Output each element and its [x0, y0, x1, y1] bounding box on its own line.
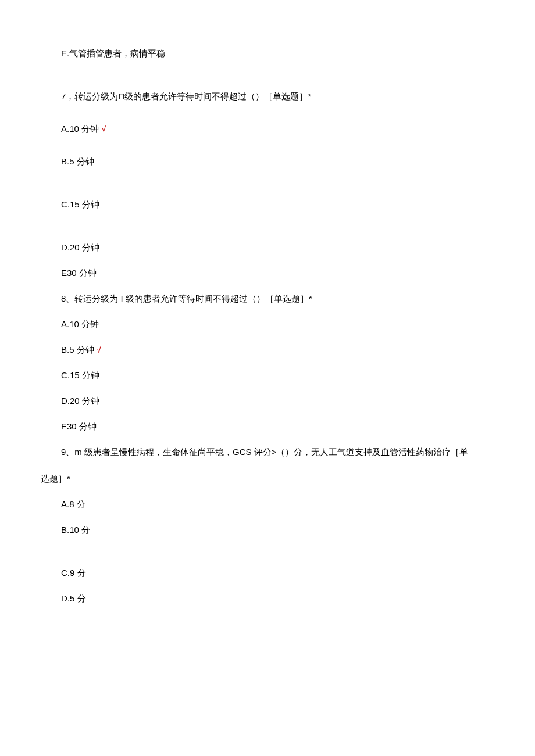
text: A.10 分钟	[61, 124, 101, 134]
check-icon: √	[97, 345, 101, 354]
text: E.气管插管患者，病情平稳	[61, 48, 165, 58]
q9-option-c: C.9 分	[61, 566, 494, 580]
q7-stem: 7，转运分级为Π级的患者允许等待时间不得超过（）［单选题］*	[61, 89, 494, 103]
text: D.5 分	[61, 593, 86, 603]
text: 9、m 级患者呈慢性病程，生命体征尚平稳，GCS 评分>（）分，无人工气道支持及…	[61, 447, 468, 457]
q9-option-b: B.10 分	[61, 523, 494, 537]
text: D.20 分钟	[61, 396, 99, 406]
text: E30 分钟	[61, 421, 97, 431]
q7-option-b: B.5 分钟	[61, 155, 494, 169]
text: B.5 分钟	[61, 345, 97, 354]
text: A.8 分	[61, 499, 85, 509]
text: B.10 分	[61, 525, 90, 535]
q7-option-a: A.10 分钟 √	[61, 122, 494, 136]
text: E30 分钟	[61, 268, 97, 278]
q7-option-c: C.15 分钟	[61, 198, 494, 212]
q9-option-d: D.5 分	[61, 592, 494, 605]
q8-option-e: E30 分钟	[61, 420, 494, 433]
q7-option-e: E30 分钟	[61, 266, 494, 280]
q7-option-d: D.20 分钟	[61, 241, 494, 255]
text: A.10 分钟	[61, 319, 99, 329]
q8-option-b: B.5 分钟 √	[61, 343, 494, 357]
check-icon: √	[101, 124, 106, 134]
text: D.20 分钟	[61, 242, 99, 252]
text: C.9 分	[61, 568, 86, 578]
text: C.15 分钟	[61, 370, 99, 380]
text: 7，转运分级为Π级的患者允许等待时间不得超过（）［单选题］*	[61, 91, 311, 101]
q9-stem-line1: 9、m 级患者呈慢性病程，生命体征尚平稳，GCS 评分>（）分，无人工气道支持及…	[61, 445, 494, 459]
q8-stem: 8、转运分级为 I 级的患者允许等待时间不得超过（）［单选题］*	[61, 292, 494, 306]
text: C.15 分钟	[61, 199, 99, 209]
text: 选题］*	[41, 474, 70, 483]
text: 8、转运分级为 I 级的患者允许等待时间不得超过（）［单选题］*	[61, 293, 312, 303]
q8-option-a: A.10 分钟	[61, 317, 494, 331]
q8-option-c: C.15 分钟	[61, 368, 494, 382]
q9-option-a: A.8 分	[61, 497, 494, 511]
q6-option-e: E.气管插管患者，病情平稳	[61, 46, 494, 60]
q9-stem-line2: 选题］*	[41, 472, 494, 486]
q8-option-d: D.20 分钟	[61, 394, 494, 408]
text: B.5 分钟	[61, 156, 94, 166]
